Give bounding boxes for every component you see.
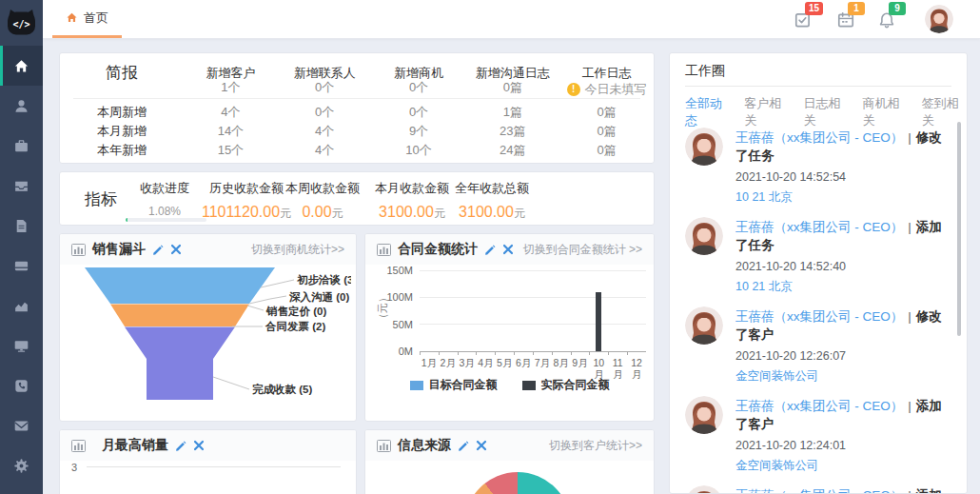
legend-actual[interactable]: 实际合同金额 [522,377,610,393]
phone-icon [13,378,29,394]
funnel-stage-label: 初步洽谈 (3) [296,274,351,287]
home-icon [13,58,29,74]
sidebar-item-inbox[interactable] [0,166,43,206]
user-avatar[interactable] [925,5,953,33]
sidebar-item-analytics[interactable] [0,286,43,326]
app-logo[interactable]: </> [5,5,38,38]
feed-user-link[interactable]: 王蓓蓓（xx集团公司 - CEO） [735,488,903,493]
inbox-icon [13,178,29,194]
sidebar-item-mail[interactable] [0,405,43,445]
sales-funnel-card: 销售漏斗 切换到商机统计>> 初步洽谈 (3) 深入沟通 (0) 销售定价 (0… [59,233,357,422]
topbar: 首页 15 1 9 [43,0,980,39]
feed-time: 2021-10-20 14:52:54 [735,168,950,186]
divider [685,86,951,87]
warning-icon: ! [567,83,580,96]
gridline [420,270,646,271]
tasks-badge: 15 [805,2,823,15]
feed-time: 2021-10-20 12:26:07 [735,347,950,365]
tab-home[interactable]: 首页 [52,0,122,38]
edit-pencil-icon[interactable] [458,440,469,451]
work-feed-title: 工作圈 [685,63,725,80]
analytics-chart-icon [13,298,29,314]
feed-item: 王蓓蓓（xx集团公司 - CEO）|添加了客户 2021-10-20 12:24… [670,396,967,474]
table-row: 本周新增 4个 0个 0个 1篇 0篇 [60,104,654,121]
divider [73,98,640,99]
contract-bar-chart[interactable]: 150M 100M 50M 0M （元） 1月2月3月4月5月6月7月8月9月1… [365,234,654,421]
feed-tab-all[interactable]: 全部动态 [685,95,730,129]
brief-today-value: 0个 [278,79,372,98]
sidebar-item-workbench[interactable] [0,326,43,366]
legend-swatch [410,381,423,390]
avatar[interactable] [685,306,723,345]
sidebar-item-settings[interactable] [0,445,43,485]
brief-today-value: 1个 [184,79,278,98]
user-icon [13,98,29,114]
sales-funnel-chart[interactable]: 初步洽谈 (3) 深入沟通 (0) 销售定价 (0) 合同发票 (2) 完成收款… [66,267,351,419]
feed-user-link[interactable]: 王蓓蓓（xx集团公司 - CEO） [735,399,903,413]
calendar-button[interactable]: 1 [836,6,861,30]
tab-home-label: 首页 [84,10,108,27]
sidebar-item-documents[interactable] [0,206,43,246]
brief-today-value: 0个 [372,79,466,98]
logo-text: </> [12,19,29,30]
table-row: 本年新增 15个 4个 10个 24篇 0篇 [60,142,654,159]
avatar[interactable] [685,485,723,493]
funnel-stage-label: 合同发票 (2) [265,321,325,332]
edit-pencil-icon[interactable] [175,440,186,451]
close-icon[interactable] [193,440,205,451]
work-feed-panel: 工作圈 全部动态 客户相关 日志相关 商机相关 签到相关 王蓓蓓（xx集团公司 … [669,52,968,494]
briefcase-icon [13,138,29,154]
feed-time: 2021-10-20 14:52:40 [735,258,950,275]
avatar[interactable] [685,128,723,166]
switch-to-opportunity-link[interactable]: 切换到商机统计>> [251,242,344,258]
funnel-title: 销售漏斗 [92,241,146,258]
table-row: 本月新增 14个 4个 9个 23篇 0篇 [60,123,654,140]
legend-target[interactable]: 目标合同金额 [410,377,498,393]
avatar[interactable] [685,396,723,434]
switch-to-customer-link[interactable]: 切换到客户统计>> [549,438,642,454]
gear-icon [13,458,29,474]
notifications-button[interactable]: 9 [877,6,902,30]
feed-target-link[interactable]: 10 21 北京 [735,278,950,295]
tasks-button[interactable]: 15 [794,6,818,30]
info-source-pie-chart[interactable] [464,472,571,494]
y-tick: 3 [71,462,77,473]
info-source-card: 信息来源 切换到客户统计>> [364,429,655,494]
sidebar-item-home[interactable] [0,46,43,86]
y-axis-label: （元） [376,292,390,324]
funnel-stage-label: 深入沟通 (0) [288,291,349,304]
close-icon[interactable] [476,440,487,451]
sidebar-item-customers[interactable] [0,86,43,126]
chart-icon [71,244,86,256]
feed-user-link[interactable]: 王蓓蓓（xx集团公司 - CEO） [735,220,903,234]
bar-实际合同金额[interactable] [596,292,601,351]
legend-swatch [522,381,536,390]
feed-item: 王蓓蓓（xx集团公司 - CEO）|修改了客户 2021-10-20 12:26… [670,306,967,385]
document-icon [13,218,29,234]
feed-scrollbar[interactable] [957,122,961,336]
feed-target-link[interactable]: 金空间装饰公司 [735,367,950,385]
home-icon [66,11,78,24]
feed-target-link[interactable]: 金空间装饰公司 [735,457,950,474]
sidebar-item-calls[interactable] [0,366,43,405]
feed-time: 2021-10-20 12:24:01 [735,437,950,454]
feed-target-link[interactable]: 10 21 北京 [735,188,950,206]
feed-user-link[interactable]: 王蓓蓓（xx集团公司 - CEO） [735,309,903,324]
feed-tab-log[interactable]: 日志相关 [803,95,848,129]
metrics-card: 指标 收款进度 1.08% 历史收款金额 1101120.00元 本周收款金额 … [59,171,655,226]
gridline [87,466,341,467]
edit-pencil-icon[interactable] [152,244,164,255]
feed-tab-opportunity[interactable]: 商机相关 [863,95,908,129]
sidebar-item-billing[interactable] [0,246,43,286]
sidebar-item-business[interactable] [0,126,43,166]
feed-item: 王蓓蓓（xx集团公司 - CEO）|添加了任务 2021-10-20 14:52… [670,217,967,295]
work-log-warning: !今日未填写 [567,81,647,98]
feed-item: 王蓓蓓（xx集团公司 - CEO）|添加了任务 2021-10-19 19:55… [670,485,967,493]
gridline [420,297,646,298]
feed-item: 王蓓蓓（xx集团公司 - CEO）|修改了任务 2021-10-20 14:52… [670,128,967,206]
feed-tab-customer[interactable]: 客户相关 [744,95,789,129]
close-icon[interactable] [170,244,182,255]
feed-user-link[interactable]: 王蓓蓓（xx集团公司 - CEO） [735,130,903,145]
avatar[interactable] [685,217,723,255]
monitor-icon [13,338,29,354]
